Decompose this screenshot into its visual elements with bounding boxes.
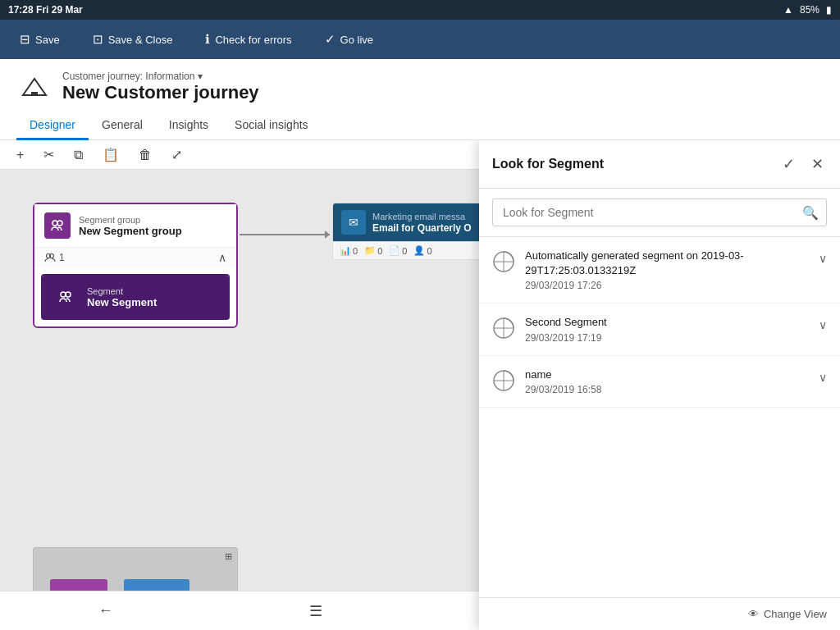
nav-tabs: Designer General Insights Social insight… bbox=[16, 112, 824, 139]
lookup-confirm-button[interactable]: ✓ bbox=[779, 152, 798, 176]
add-tool[interactable]: + bbox=[13, 146, 27, 164]
menu-button[interactable]: ☰ bbox=[293, 596, 339, 627]
lookup-search-box: 🔍 bbox=[479, 189, 840, 237]
email-labels: Marketing email messa Email for Quarterl… bbox=[372, 211, 472, 234]
tab-insights[interactable]: Insights bbox=[156, 112, 221, 140]
save-icon: ⊟ bbox=[20, 32, 30, 47]
segment-labels: Segment New Segment bbox=[87, 286, 157, 308]
lookup-panel: Look for Segment ✓ ✕ 🔍 bbox=[479, 140, 840, 630]
svg-point-7 bbox=[66, 292, 71, 297]
lookup-header-actions: ✓ ✕ bbox=[779, 152, 827, 176]
segment-group-footer: 1 ∧ bbox=[34, 247, 236, 267]
go-live-button[interactable]: ✓ Go live bbox=[318, 29, 380, 50]
chevron-down-icon: ∨ bbox=[819, 368, 827, 384]
toolbar: ⊟ Save ⊡ Save & Close ℹ Check for errors… bbox=[0, 20, 840, 59]
segment-child-node[interactable]: Segment New Segment bbox=[41, 274, 230, 320]
battery-icon: ▮ bbox=[826, 4, 832, 16]
cut-tool[interactable]: ✂ bbox=[40, 145, 57, 164]
list-item[interactable]: Automatically generated segment on 2019-… bbox=[479, 237, 840, 304]
segment-group-node[interactable]: Segment group New Segment group bbox=[33, 203, 238, 328]
paste-tool[interactable]: 📋 bbox=[99, 145, 122, 164]
segment-list-icon bbox=[492, 317, 515, 340]
change-view-button[interactable]: 👁 Change View bbox=[748, 608, 827, 620]
tab-designer[interactable]: Designer bbox=[16, 112, 89, 140]
email-icon: ✉ bbox=[341, 210, 366, 235]
check-icon: ℹ bbox=[205, 32, 210, 47]
segment-list-icon bbox=[492, 369, 515, 392]
lookup-search-input[interactable] bbox=[492, 199, 827, 226]
app-container: ⊟ Save ⊡ Save & Close ℹ Check for errors… bbox=[0, 20, 840, 630]
battery-level: 85% bbox=[800, 4, 819, 16]
tab-social-insights[interactable]: Social insights bbox=[221, 112, 322, 140]
email-node[interactable]: ✉ Marketing email messa Email for Quarte… bbox=[332, 203, 488, 260]
designer-area: + ✂ ⧉ 📋 🗑 ⤢ bbox=[0, 140, 840, 630]
view-icon: 👁 bbox=[748, 608, 759, 620]
stat1-icon: 📊 bbox=[340, 245, 351, 256]
email-node-footer: 📊0 📁0 📄0 👤0 bbox=[333, 241, 487, 259]
search-wrapper: 🔍 bbox=[492, 199, 827, 226]
dropdown-icon[interactable]: ▾ bbox=[198, 71, 203, 82]
chevron-down-icon: ∨ bbox=[819, 249, 827, 265]
save-close-icon: ⊡ bbox=[93, 32, 103, 47]
entity-info: Customer journey: Information ▾ New Cust… bbox=[62, 71, 259, 103]
lookup-close-button[interactable]: ✕ bbox=[808, 152, 827, 176]
list-item-content: name 29/03/2019 16:58 bbox=[525, 368, 809, 395]
segment-group-collapse[interactable]: ∧ bbox=[218, 251, 226, 264]
tab-general[interactable]: General bbox=[89, 112, 156, 140]
copy-tool[interactable]: ⧉ bbox=[71, 146, 86, 164]
go-live-icon: ✓ bbox=[325, 32, 336, 47]
header-subtitle: Customer journey: Information bbox=[62, 71, 194, 82]
page-header: Customer journey: Information ▾ New Cust… bbox=[0, 59, 840, 140]
delete-tool[interactable]: 🗑 bbox=[135, 146, 155, 164]
list-item-content: Second Segment 29/03/2019 17:19 bbox=[525, 315, 809, 343]
list-item-content: Automatically generated segment on 2019-… bbox=[525, 249, 809, 291]
entity-icon bbox=[16, 69, 52, 105]
search-icon: 🔍 bbox=[802, 205, 819, 221]
svg-rect-0 bbox=[20, 72, 49, 102]
lookup-title: Look for Segment bbox=[492, 157, 604, 171]
save-close-button[interactable]: ⊡ Save & Close bbox=[86, 29, 180, 50]
lookup-header: Look for Segment ✓ ✕ bbox=[479, 140, 840, 189]
lookup-footer: 👁 Change View bbox=[479, 597, 840, 630]
list-item[interactable]: name 29/03/2019 16:58 ∨ bbox=[479, 356, 840, 408]
wifi-icon: ▲ bbox=[783, 4, 793, 16]
segment-group-labels: Segment group New Segment group bbox=[79, 215, 182, 237]
segment-group-header: Segment group New Segment group bbox=[34, 204, 236, 247]
status-time: 17:28 Fri 29 Mar bbox=[8, 4, 83, 16]
segment-group-icon bbox=[44, 212, 71, 239]
list-item[interactable]: Second Segment 29/03/2019 17:19 ∨ bbox=[479, 304, 840, 355]
segment-child-header: Segment New Segment bbox=[43, 276, 228, 318]
journey-canvas: Segment group New Segment group bbox=[16, 186, 509, 514]
email-node-header: ✉ Marketing email messa Email for Quarte… bbox=[333, 203, 487, 241]
svg-point-6 bbox=[61, 292, 66, 297]
thumbnail-icon: ⊞ bbox=[225, 551, 232, 562]
check-errors-button[interactable]: ℹ Check for errors bbox=[199, 29, 298, 50]
chevron-down-icon: ∨ bbox=[819, 315, 827, 331]
svg-rect-1 bbox=[31, 92, 38, 95]
stat2-icon: 📁 bbox=[364, 245, 376, 256]
expand-tool[interactable]: ⤢ bbox=[168, 145, 185, 164]
page-title: New Customer journey bbox=[62, 82, 259, 103]
stat4-icon: 👤 bbox=[413, 245, 425, 256]
node-connector bbox=[240, 234, 330, 235]
svg-point-3 bbox=[57, 221, 62, 226]
status-right: ▲ 85% ▮ bbox=[783, 4, 832, 16]
svg-point-2 bbox=[52, 221, 57, 226]
segment-list-icon bbox=[492, 250, 515, 273]
back-button[interactable]: ← bbox=[82, 596, 130, 626]
save-button[interactable]: ⊟ Save bbox=[13, 29, 66, 50]
stat3-icon: 📄 bbox=[389, 245, 400, 256]
lookup-list: Automatically generated segment on 2019-… bbox=[479, 237, 840, 597]
status-bar: 17:28 Fri 29 Mar ▲ 85% ▮ bbox=[0, 0, 840, 20]
segment-icon bbox=[52, 284, 79, 310]
